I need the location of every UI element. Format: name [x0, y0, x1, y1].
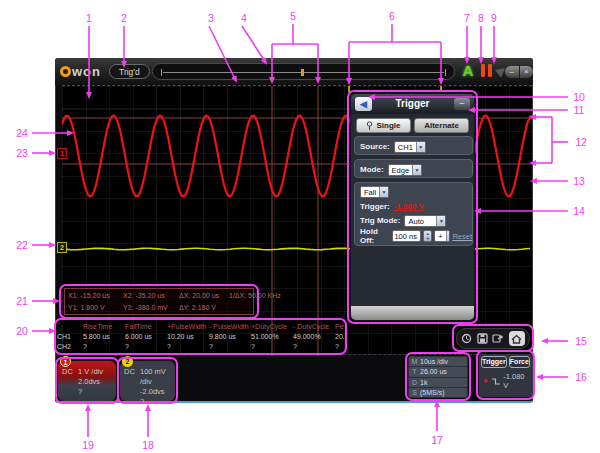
trig-mode-value: Auto — [405, 216, 436, 226]
callout-label-24: 24 — [16, 127, 28, 139]
dropdown-arrow-icon: ▼ — [412, 165, 421, 175]
edge-slope-value: Fall — [361, 187, 379, 197]
window-minimize-button[interactable]: – — [505, 66, 519, 78]
callout-label-22: 22 — [16, 239, 28, 251]
slider-right-tick — [445, 69, 446, 76]
table-header: - PulseWidth — [209, 322, 251, 332]
timebase-value: 10us /div — [420, 358, 448, 365]
mode-select[interactable]: Edge ▼ — [388, 164, 423, 176]
table-cell: ? — [125, 342, 167, 352]
holdoff-unit-select[interactable]: + ▼ — [434, 230, 450, 242]
source-label: Source: — [360, 142, 390, 151]
table-cell: 6.000 us — [125, 332, 167, 342]
trig-mode-select[interactable]: Auto ▼ — [404, 215, 446, 227]
table-cell: 49.000% — [293, 332, 335, 342]
holdoff-unit-value: + — [435, 231, 445, 241]
table-cell: ? — [335, 342, 344, 352]
callout-label-6: 6 — [389, 10, 395, 22]
window-controls: – × — [505, 66, 533, 78]
ch1-frequency: ? — [78, 387, 82, 397]
spacer — [124, 397, 140, 407]
spacer — [62, 387, 78, 397]
timebase-value: (5MS/s) — [420, 389, 445, 396]
trigger-panel: Trigger ◀ – Single Alternate Source: CH1… — [350, 93, 475, 321]
ch2-badge: 2 — [122, 356, 133, 367]
edge-slope-select[interactable]: Fall ▼ — [360, 186, 389, 198]
table-cell: 9.800 us — [209, 332, 251, 342]
ch1-coupling: DC — [62, 367, 78, 377]
table-cell: 5.800 us — [83, 332, 125, 342]
quick-icon-row — [456, 328, 530, 349]
callout-label-20: 20 — [16, 325, 28, 337]
table-cell: ? — [209, 342, 251, 352]
callout-label-13: 13 — [573, 175, 585, 187]
table-header: Perio — [335, 322, 344, 332]
timebase-box[interactable]: M10us /divT26.00 usD1kS(5MS/s) — [408, 356, 468, 398]
save-icon[interactable] — [477, 333, 488, 344]
cursor-dy: ΔY: 2.180 V — [179, 302, 229, 314]
horizontal-position-slider[interactable] — [152, 63, 455, 80]
callout-label-23: 23 — [16, 147, 28, 159]
pin-icon — [366, 121, 373, 130]
ch2-offset: -2.0dvs — [140, 387, 165, 397]
timebase-row: M10us /div — [409, 357, 467, 366]
ch2-position-marker[interactable]: 2 — [57, 242, 67, 253]
callout-label-1: 1 — [86, 12, 92, 24]
trigger-menu-button[interactable]: Trigger — [481, 356, 507, 368]
dropdown-arrow-icon: ▼ — [446, 231, 451, 241]
cursor-y2: Y2: -380.0 mV — [123, 302, 179, 314]
window-close-button[interactable]: × — [520, 66, 534, 78]
callout-label-5: 5 — [290, 10, 296, 22]
ch1-info-box[interactable]: 1 DC 1 V /div 2.0dvs ? — [58, 361, 116, 401]
run-pause-button[interactable] — [479, 64, 493, 79]
table-cell: ? — [293, 342, 335, 352]
ch2-info-box[interactable]: 2 DC 100 mV /div -2.0dvs ? — [120, 361, 175, 401]
timebase-row: S(5MS/s) — [409, 388, 467, 397]
holdoff-label: Hold Off: — [360, 227, 390, 245]
export-icon[interactable] — [492, 333, 504, 344]
owon-logo-text: won — [72, 64, 101, 79]
single-trigger-button[interactable]: Single — [356, 118, 411, 133]
trigger-level-value: -1.080 V — [503, 372, 530, 390]
mode-label: Mode: — [360, 165, 384, 174]
falling-edge-icon — [491, 377, 500, 386]
table-row-label: CH2 — [57, 342, 83, 352]
callout-label-14: 14 — [573, 205, 585, 217]
trigger-level-link[interactable]: -1.080 V — [394, 202, 424, 211]
holdoff-value-box[interactable]: 100 ns — [392, 230, 421, 242]
holdoff-value: 100 ns — [393, 231, 420, 241]
history-icon[interactable] — [461, 333, 472, 344]
holdoff-reset-link[interactable]: Reset — [452, 232, 472, 241]
table-row-label: CH1 — [57, 332, 83, 342]
measurement-table: RiseTimeFallTime+PulseWidth- PulseWidth+… — [57, 322, 344, 352]
source-select[interactable]: CH1 ▼ — [394, 141, 426, 153]
callout-label-18: 18 — [142, 439, 154, 451]
callout-label-10: 10 — [573, 91, 585, 103]
slider-thumb[interactable] — [301, 69, 304, 76]
ch1-position-marker[interactable]: 1 — [57, 148, 67, 159]
panel-back-button[interactable]: ◀ — [355, 97, 372, 111]
autoset-button[interactable]: A — [460, 62, 476, 80]
callout-label-17: 17 — [431, 434, 443, 446]
slider-left-tick — [161, 69, 162, 76]
timebase-row: T26.00 us — [409, 367, 467, 376]
timebase-key: T — [409, 368, 420, 375]
table-header: - DutyCycle — [293, 322, 335, 332]
table-cell: ? — [167, 342, 209, 352]
alternate-trigger-button[interactable]: Alternate — [414, 118, 469, 133]
panel-resize-bar[interactable] — [351, 306, 474, 320]
ch1-badge: 1 — [60, 356, 71, 367]
single-label: Single — [376, 121, 400, 130]
force-trigger-button[interactable]: Force — [509, 356, 530, 368]
callout-label-21: 21 — [16, 295, 28, 307]
table-header: FallTime — [125, 322, 167, 332]
table-cell: 20.0 — [335, 332, 344, 342]
holdoff-spinner[interactable]: ▲▼ — [423, 230, 432, 242]
home-icon[interactable] — [509, 331, 525, 346]
panel-minimize-button[interactable]: – — [454, 98, 470, 110]
cursor-inv-dx: 1/ΔX: 50.00 KHz — [229, 290, 281, 302]
callout-label-4: 4 — [241, 12, 247, 24]
mode-value: Edge — [389, 165, 413, 175]
table-cell: ? — [83, 342, 125, 352]
ch1-source-dot-icon: ● — [483, 377, 488, 385]
